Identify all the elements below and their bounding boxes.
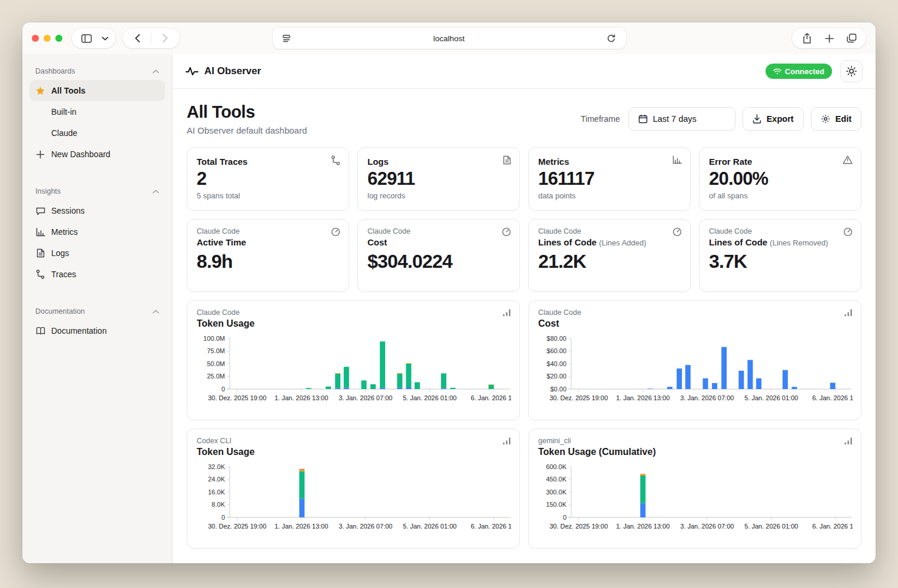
svg-text:6. Jan. 2026 19:: 6. Jan. 2026 19: bbox=[812, 394, 853, 401]
svg-text:5. Jan. 2026 01:00: 5. Jan. 2026 01:00 bbox=[744, 394, 798, 401]
edit-button[interactable]: Edit bbox=[811, 107, 861, 131]
chart-card-codex-token-usage: Codex CLI Token Usage 08.0K16.0K24.0K32.… bbox=[187, 428, 520, 549]
toolbar-actions bbox=[792, 28, 866, 48]
metric-value: 3.7K bbox=[709, 251, 851, 273]
theme-toggle-button[interactable] bbox=[840, 60, 863, 82]
sidebar-item-metrics[interactable]: Metrics bbox=[29, 221, 165, 242]
token-usage-chart: 08.0K16.0K24.0K32.0K30. Dez. 2025 19:001… bbox=[197, 462, 510, 535]
svg-text:0: 0 bbox=[221, 386, 225, 393]
svg-text:6. Jan. 2026 19:: 6. Jan. 2026 19: bbox=[812, 523, 853, 530]
gauge-icon bbox=[843, 227, 853, 237]
back-icon[interactable] bbox=[128, 30, 146, 46]
chevron-up-icon bbox=[153, 310, 159, 314]
stat-value: 62911 bbox=[367, 168, 510, 190]
svg-text:6. Jan. 2026 19:: 6. Jan. 2026 19: bbox=[470, 394, 511, 401]
git-branch-icon bbox=[35, 270, 45, 280]
gauge-icon bbox=[672, 227, 682, 237]
warning-triangle-icon bbox=[843, 155, 853, 164]
chevron-up-icon bbox=[153, 69, 159, 74]
sidebar-toggle-icon[interactable] bbox=[78, 30, 95, 46]
svg-text:6. Jan. 2026 19:: 6. Jan. 2026 19: bbox=[470, 523, 511, 530]
svg-text:450.0K: 450.0K bbox=[546, 476, 567, 483]
app-brand: AI Observer bbox=[185, 65, 261, 77]
sidebar-item-sessions[interactable]: Sessions bbox=[29, 200, 165, 221]
metric-card-active-time: Claude Code Active Time 8.9h bbox=[187, 219, 349, 292]
sidebar-item-label: Claude bbox=[51, 128, 77, 138]
svg-text:5. Jan. 2026 01:00: 5. Jan. 2026 01:00 bbox=[744, 523, 798, 530]
chart-bars-icon bbox=[502, 437, 511, 445]
sidebar-item-built-in[interactable]: Built-in bbox=[29, 101, 165, 122]
svg-text:$20.00: $20.00 bbox=[546, 373, 566, 380]
star-icon bbox=[35, 86, 45, 96]
cost-chart: $0.00$20.00$40.00$60.00$80.0030. Dez. 20… bbox=[538, 334, 851, 407]
browser-window: localhost Dashboards bbox=[22, 22, 876, 563]
section-label: Dashboards bbox=[35, 67, 75, 75]
gauge-icon bbox=[502, 227, 511, 237]
sidebar-section-insights[interactable]: Insights bbox=[29, 184, 165, 200]
minimize-window-button[interactable] bbox=[44, 35, 51, 42]
metric-card-lines-removed: Claude Code Lines of Code (Lines Removed… bbox=[699, 219, 861, 292]
share-icon[interactable] bbox=[798, 30, 816, 46]
app-header: AI Observer Connected bbox=[173, 54, 876, 89]
svg-text:3. Jan. 2026 07:00: 3. Jan. 2026 07:00 bbox=[680, 523, 734, 530]
token-usage-cumulative-chart: 0150.0K300.0K450.0K600.0K30. Dez. 2025 1… bbox=[538, 462, 851, 535]
sidebar-section-documentation[interactable]: Documentation bbox=[29, 304, 165, 320]
wifi-icon bbox=[773, 68, 781, 75]
file-text-icon bbox=[35, 248, 45, 258]
svg-text:$40.00: $40.00 bbox=[546, 360, 566, 367]
gauge-icon bbox=[331, 227, 340, 237]
chart-card-gemini-token-usage: gemini_cli Token Usage (Cumulative) 0150… bbox=[528, 428, 861, 549]
bar-chart-icon bbox=[35, 227, 45, 237]
url-text: localhost bbox=[296, 34, 602, 43]
svg-text:$0.00: $0.00 bbox=[550, 386, 566, 393]
book-open-icon bbox=[35, 326, 45, 336]
gear-icon bbox=[821, 114, 830, 124]
svg-text:1. Jan. 2026 13:00: 1. Jan. 2026 13:00 bbox=[616, 394, 670, 401]
timeframe-select[interactable]: Last 7 days bbox=[628, 107, 735, 131]
stat-value: 20.00% bbox=[709, 168, 851, 190]
sidebar-item-label: Built-in bbox=[51, 107, 77, 117]
reload-icon[interactable] bbox=[602, 30, 620, 46]
svg-text:3. Jan. 2026 07:00: 3. Jan. 2026 07:00 bbox=[680, 394, 734, 401]
svg-text:16.0K: 16.0K bbox=[208, 489, 225, 496]
address-bar[interactable]: localhost bbox=[273, 28, 626, 49]
sidebar-item-claude[interactable]: Claude bbox=[29, 122, 165, 144]
sidebar-item-traces[interactable]: Traces bbox=[29, 264, 165, 285]
git-branch-icon bbox=[331, 155, 340, 165]
close-window-button[interactable] bbox=[32, 35, 39, 42]
reader-view-icon[interactable] bbox=[279, 30, 296, 46]
section-label: Insights bbox=[35, 187, 61, 195]
svg-text:1. Jan. 2026 13:00: 1. Jan. 2026 13:00 bbox=[274, 394, 328, 401]
new-tab-icon[interactable] bbox=[820, 30, 838, 46]
forward-icon[interactable] bbox=[156, 30, 174, 46]
svg-text:150.0K: 150.0K bbox=[546, 501, 567, 508]
sidebar-section-dashboards[interactable]: Dashboards bbox=[29, 64, 165, 80]
svg-text:50.0M: 50.0M bbox=[207, 360, 225, 367]
sidebar-item-documentation[interactable]: Documentation bbox=[29, 320, 165, 341]
plus-icon bbox=[35, 150, 45, 160]
sidebar-item-new-dashboard[interactable]: New Dashboard bbox=[29, 144, 165, 165]
tab-overview-icon[interactable] bbox=[843, 30, 860, 46]
stat-card-logs: Logs 62911 log records bbox=[357, 147, 520, 211]
svg-text:25.0M: 25.0M bbox=[207, 373, 225, 380]
page-title: All Tools bbox=[187, 102, 307, 122]
svg-text:30. Dez. 2025 19:00: 30. Dez. 2025 19:00 bbox=[208, 523, 266, 530]
sidebar-item-all-tools[interactable]: All Tools bbox=[29, 80, 165, 101]
metric-value: 21.2K bbox=[538, 251, 681, 273]
sidebar-item-label: All Tools bbox=[51, 86, 85, 95]
svg-text:3. Jan. 2026 07:00: 3. Jan. 2026 07:00 bbox=[339, 394, 392, 401]
svg-text:0: 0 bbox=[563, 514, 566, 521]
chart-card-claude-cost: Claude Code Cost $0.00$20.00$40.00$60.00… bbox=[528, 300, 861, 420]
export-button[interactable]: Export bbox=[743, 107, 804, 131]
chart-bars-icon bbox=[844, 308, 853, 317]
sidebar-item-label: Metrics bbox=[51, 227, 78, 237]
chart-bars-icon bbox=[844, 437, 853, 445]
svg-text:32.0K: 32.0K bbox=[208, 463, 225, 470]
zoom-window-button[interactable] bbox=[55, 35, 62, 42]
svg-text:600.0K: 600.0K bbox=[546, 463, 567, 470]
svg-text:1. Jan. 2026 13:00: 1. Jan. 2026 13:00 bbox=[616, 523, 670, 530]
file-text-icon bbox=[503, 155, 511, 165]
sidebar-item-logs[interactable]: Logs bbox=[29, 242, 165, 264]
chevron-down-icon[interactable] bbox=[100, 30, 110, 46]
stat-card-total-traces: Total Traces 2 5 spans total bbox=[187, 147, 349, 211]
